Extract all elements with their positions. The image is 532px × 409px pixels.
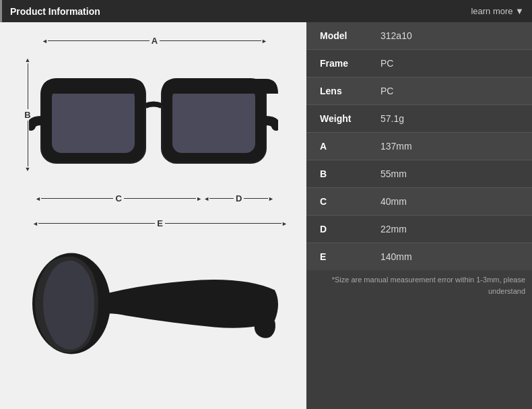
disclaimer-text: *Size are manual measurement error withi… xyxy=(306,270,532,301)
header-title: Product Information xyxy=(10,6,100,17)
glasses-front-svg xyxy=(29,59,278,193)
left-panel: ◄ A ► ▲ B ▼ xyxy=(0,22,306,409)
a-dimension-arrow: ◄ A ► xyxy=(42,36,267,46)
a-label: A xyxy=(149,36,160,46)
spec-label: Model xyxy=(306,22,367,50)
e-label: E xyxy=(155,218,165,228)
spec-label: Weight xyxy=(306,105,367,133)
svg-rect-1 xyxy=(52,88,135,153)
specs-table: Model312a10FramePCLensPCWeight57.1gA137m… xyxy=(306,22,532,270)
front-view: ◄ A ► ▲ B ▼ xyxy=(13,29,293,208)
learn-more-button[interactable]: learn more ▼ xyxy=(471,6,524,16)
spec-value: 40mm xyxy=(367,188,532,216)
d-label: D xyxy=(234,193,244,203)
spec-value: 22mm xyxy=(367,216,532,243)
spec-label: C xyxy=(306,188,367,216)
spec-label: Frame xyxy=(306,50,367,77)
spec-value: 140mm xyxy=(367,243,532,271)
spec-label: Lens xyxy=(306,77,367,105)
spec-value: 55mm xyxy=(367,160,532,188)
spec-label: E xyxy=(306,243,367,271)
spec-value: 137mm xyxy=(367,133,532,160)
side-view: ◄ E ► xyxy=(13,214,293,389)
b-dimension-arrow: ▲ B ▼ xyxy=(23,57,32,172)
e-dimension-arrow: ◄ E ► xyxy=(32,218,288,228)
right-panel: Model312a10FramePCLensPCWeight57.1gA137m… xyxy=(306,22,532,409)
c-label: C xyxy=(113,193,123,203)
main-content: ◄ A ► ▲ B ▼ xyxy=(0,22,532,409)
spec-value: 57.1g xyxy=(367,105,532,133)
spec-value: 312a10 xyxy=(367,22,532,50)
spec-label: D xyxy=(306,216,367,243)
svg-rect-3 xyxy=(172,88,255,153)
product-header: Product Information learn more ▼ xyxy=(0,0,532,22)
b-label: B xyxy=(24,109,30,121)
spec-label: B xyxy=(306,160,367,188)
glasses-side-svg xyxy=(26,238,281,379)
spec-value: PC xyxy=(367,77,532,105)
cd-dimension-arrows: ◄ C ► ◄ D ► xyxy=(35,193,274,203)
spec-value: PC xyxy=(367,50,532,77)
spec-label: A xyxy=(306,133,367,160)
